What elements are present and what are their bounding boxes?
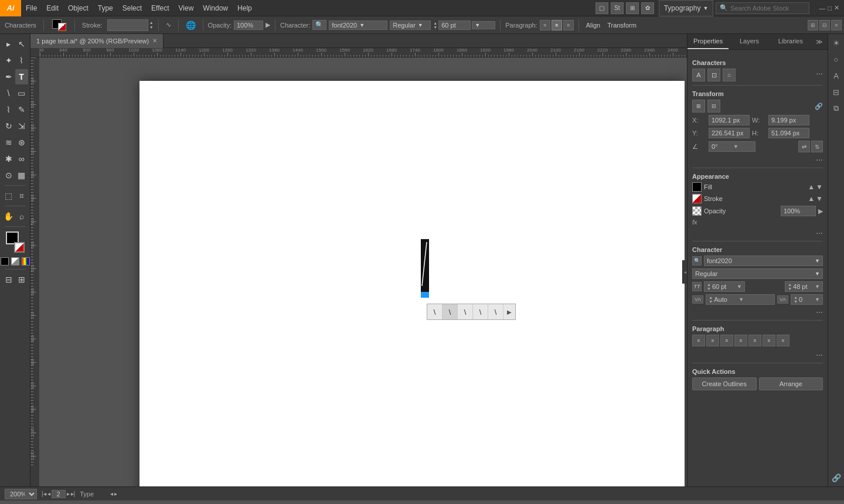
canvas-scroll[interactable]: \ \ \ \ \ ▶ ◂	[40, 57, 687, 486]
workspace-icon-4[interactable]: ✿	[641, 2, 654, 14]
char-icon-3[interactable]: ○	[723, 69, 736, 81]
toolbar-align-btn[interactable]: Align	[584, 22, 603, 29]
toolbar-fontsize-input[interactable]	[438, 21, 471, 30]
arrange-icon-3[interactable]: ≡	[831, 20, 842, 30]
close-btn[interactable]: ✕	[834, 4, 839, 12]
icon-sun[interactable]: ☀	[830, 36, 843, 49]
fontsize-stepper[interactable]: ▲ ▼	[433, 21, 437, 29]
fill-color-swatch[interactable]	[692, 182, 702, 192]
font-style-dropdown[interactable]: Regular ▼	[692, 268, 823, 279]
kerning-input[interactable]	[799, 296, 814, 303]
workspace-selector[interactable]: Typography ▼	[659, 0, 714, 16]
font-name-dropdown[interactable]: font2020 ▼	[704, 256, 823, 266]
create-outlines-btn[interactable]: Create Outlines	[692, 377, 757, 390]
document-tab[interactable]: 1 page test.ai* @ 200% (RGB/Preview) ✕	[30, 34, 164, 48]
width-tool[interactable]: ≋	[2, 135, 15, 150]
angle-dropdown[interactable]: ▼	[733, 144, 738, 149]
artboard-prev-btn[interactable]: ◂	[110, 491, 113, 497]
menu-file[interactable]: File	[21, 0, 42, 16]
color-mode-fill[interactable]	[1, 257, 9, 265]
workspace-icon-1[interactable]: ▢	[595, 2, 608, 14]
toolbar-variable-width[interactable]: ∿	[164, 21, 173, 29]
tracking-stepper[interactable]: ▲ ▼	[709, 295, 713, 304]
transform-grid-icon[interactable]: ⊞	[692, 100, 705, 113]
tracking-input[interactable]	[714, 296, 737, 303]
hand-tool[interactable]: ✋	[2, 209, 15, 224]
scale-tool[interactable]: ⇲	[15, 118, 28, 134]
lasso-tool[interactable]: ⌇	[15, 53, 28, 68]
arrange-btn[interactable]: Arrange	[759, 377, 823, 390]
page-last-btn[interactable]: ▸|	[71, 491, 76, 497]
more-options-3[interactable]: ···	[692, 228, 823, 237]
selection-tool[interactable]: ▸	[2, 36, 15, 52]
font-search-icon[interactable]: 🔍	[692, 256, 702, 265]
tab-layers[interactable]: Layers	[729, 34, 770, 49]
color-mode-none[interactable]	[11, 257, 19, 265]
toolbar-font-dropdown[interactable]: font2020▼	[329, 21, 387, 30]
leading-stepper[interactable]: ▲ ▼	[788, 282, 792, 291]
color-mode-gradient[interactable]	[22, 257, 30, 265]
kerning-stepper[interactable]: ▲ ▼	[794, 295, 798, 304]
para-align-center-btn[interactable]: ≡	[706, 335, 719, 346]
opacity-more[interactable]: ▶	[818, 207, 823, 215]
fill-stepper-down[interactable]: ▼	[816, 183, 823, 191]
icon-circle[interactable]: ○	[830, 53, 843, 66]
leading-dropdown[interactable]: ▼	[815, 284, 820, 290]
arrange-icon-2[interactable]: ⊟	[819, 20, 830, 30]
para-justify-right-btn[interactable]: ≡	[763, 335, 775, 346]
more-options-5[interactable]: ···	[692, 350, 823, 359]
char-icon-2[interactable]: ⊡	[707, 69, 720, 81]
para-justify-all-btn[interactable]: ≡	[777, 335, 789, 346]
transform-align-icon[interactable]: ⊟	[707, 100, 720, 113]
font-popup-item-4[interactable]: \	[473, 304, 488, 319]
warp-tool[interactable]: ⊛	[15, 135, 28, 150]
para-justify-center-btn[interactable]: ≡	[748, 335, 761, 346]
pencil-tool[interactable]: ✎	[15, 102, 28, 117]
toolbar-opacity-input[interactable]	[234, 21, 263, 30]
tracking-dropdown[interactable]: ▼	[738, 297, 744, 302]
workspace-icon-3[interactable]: ⊞	[626, 2, 639, 14]
flip-h-btn[interactable]: ⇄	[798, 141, 810, 152]
menu-view[interactable]: View	[174, 0, 199, 16]
pen-tool[interactable]: ✒	[2, 69, 15, 84]
menu-window[interactable]: Window	[198, 0, 233, 16]
menu-object[interactable]: Object	[63, 0, 93, 16]
toolbar-stroke-swatch[interactable]	[107, 19, 148, 31]
transform-link-icon[interactable]: 🔗	[815, 103, 823, 110]
menu-type[interactable]: Type	[93, 0, 118, 16]
shape-tool[interactable]: ▭	[15, 86, 28, 101]
char-icon-1[interactable]: A	[692, 69, 705, 81]
toolbar-embed-btn[interactable]: 🌐	[183, 21, 198, 30]
para-align-left-btn[interactable]: ≡	[692, 335, 705, 346]
stroke-arrows[interactable]: ▲ ▼	[149, 21, 154, 29]
para-align-left[interactable]: ≡	[540, 20, 550, 30]
stroke-swatch[interactable]	[14, 242, 25, 253]
icon-layers[interactable]: ⊟	[830, 86, 843, 98]
x-input[interactable]	[709, 115, 750, 125]
font-popup-item-3[interactable]: \	[458, 304, 473, 319]
artboard-tool[interactable]: ⬚	[2, 188, 15, 203]
slice-tool[interactable]: ⌗	[15, 188, 28, 203]
stroke-stepper-down[interactable]: ▼	[816, 195, 823, 203]
minimize-btn[interactable]: —	[819, 5, 825, 12]
panel-more-btn[interactable]: ≫	[811, 34, 828, 49]
collapse-handle[interactable]: ◂	[682, 260, 687, 284]
menu-effect[interactable]: Effect	[147, 0, 173, 16]
para-justify-left-btn[interactable]: ≡	[734, 335, 747, 346]
graph-tool[interactable]: ▦	[15, 168, 28, 183]
page-next-btn[interactable]: ▸	[67, 491, 70, 497]
symbol-sprayer-tool[interactable]: ⊙	[2, 168, 15, 183]
search-input[interactable]	[730, 5, 805, 12]
artboard-next-btn[interactable]: ▸	[114, 491, 117, 497]
rotate-tool[interactable]: ↻	[2, 118, 15, 134]
flip-v-btn[interactable]: ⇅	[811, 141, 823, 152]
toolbar-transform-btn[interactable]: Transform	[605, 22, 639, 29]
tab-close[interactable]: ✕	[152, 38, 157, 44]
page-first-btn[interactable]: |◂	[42, 491, 46, 497]
leading-input[interactable]	[793, 283, 814, 290]
stroke-color-swatch[interactable]	[692, 194, 702, 203]
page-prev-btn[interactable]: ◂	[47, 491, 50, 497]
more-options-2[interactable]: ···	[692, 155, 823, 164]
page-number-input[interactable]	[52, 490, 66, 498]
icon-copy[interactable]: ⧉	[830, 102, 843, 115]
